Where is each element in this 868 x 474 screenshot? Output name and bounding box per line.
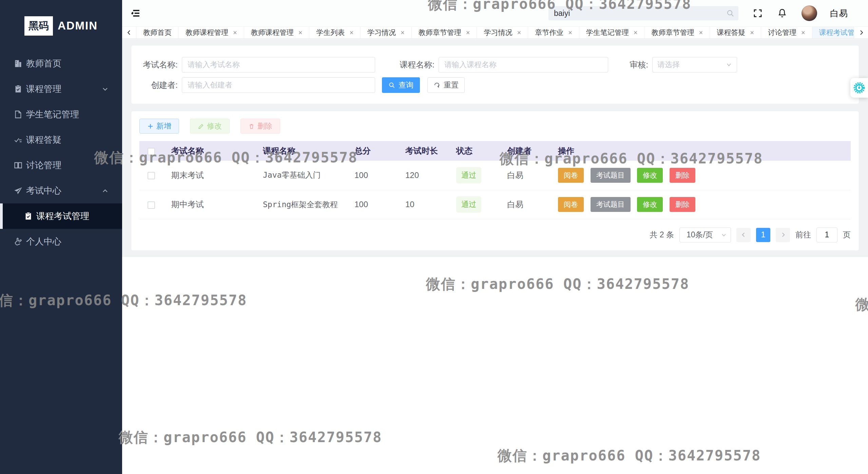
audit-select[interactable]: 请选择 — [652, 57, 737, 73]
close-icon[interactable]: × — [750, 29, 754, 36]
page-size-select[interactable]: 10条/页 — [679, 228, 731, 242]
close-icon[interactable]: × — [349, 29, 353, 36]
sidebar-item-exam-center[interactable]: 考试中心 — [0, 178, 122, 203]
header: 白易 — [122, 0, 868, 26]
username[interactable]: 白易 — [830, 7, 848, 19]
sidebar-item-label: 讨论管理 — [26, 159, 61, 171]
chevron-down-icon — [721, 232, 727, 238]
goto-page-input[interactable] — [816, 228, 837, 242]
tab-teacher-chapter-management[interactable]: 教师章节管理× — [412, 27, 477, 38]
column-header: 总分 — [354, 141, 405, 161]
close-icon[interactable]: × — [801, 29, 805, 36]
add-button-label: 新增 — [156, 121, 171, 131]
audit-label: 审核: — [626, 59, 652, 70]
tab-chapter-homework[interactable]: 章节作业× — [528, 27, 579, 38]
gear-icon — [852, 81, 866, 95]
sidebar-item-discussion-management[interactable]: 讨论管理 — [0, 153, 122, 178]
row-delete-button[interactable]: 删除 — [670, 168, 695, 183]
fullscreen-icon[interactable] — [753, 8, 763, 18]
tab-label: 讨论管理 — [768, 28, 796, 37]
tab-student-notes-management[interactable]: 学生笔记管理× — [579, 27, 645, 38]
chevron-right-icon — [780, 232, 786, 237]
close-icon[interactable]: × — [517, 29, 521, 36]
close-icon[interactable]: × — [233, 29, 237, 36]
tabs-scroll-left[interactable] — [122, 27, 136, 38]
query-button[interactable]: 查询 — [382, 77, 420, 93]
next-page-button[interactable] — [776, 228, 790, 242]
tab-course-exam-management[interactable]: 课程考试管理× — [812, 27, 854, 38]
sidebar-item-student-notes[interactable]: 学生笔记管理 — [0, 102, 122, 127]
sidebar-item-label: 考试中心 — [26, 185, 61, 197]
sidebar-item-personal-center[interactable]: 个人中心 — [0, 229, 122, 254]
close-icon[interactable]: × — [401, 29, 405, 36]
chevron-up-icon — [102, 187, 109, 194]
toolbar: 新增 修改 删除 — [139, 119, 851, 134]
sidebar-item-course-management[interactable]: 课程管理 — [0, 76, 122, 102]
column-header: 操作 — [558, 141, 851, 161]
search-icon[interactable] — [726, 9, 734, 17]
hand-icon — [14, 237, 23, 246]
close-icon[interactable]: × — [634, 29, 638, 36]
close-icon[interactable]: × — [466, 29, 470, 36]
sidebar-item-course-qa[interactable]: 课程答疑 — [0, 127, 122, 153]
sidebar-item-course-exam-management[interactable]: 课程考试管理 — [0, 203, 122, 229]
review-button[interactable]: 阅卷 — [558, 197, 584, 212]
goto-label: 前往 — [795, 230, 811, 240]
search-input[interactable] — [548, 6, 738, 20]
logo-text: ADMIN — [58, 19, 98, 32]
tab-student-list[interactable]: 学生列表× — [309, 27, 361, 38]
course-name-cell: Spring框架全套教程 — [263, 190, 354, 219]
table-card: 新增 修改 删除 — [131, 111, 859, 251]
row-checkbox[interactable] — [148, 172, 155, 179]
tab-teacher-course-management[interactable]: 教师课程管理× — [179, 27, 244, 38]
row-edit-button[interactable]: 修改 — [637, 197, 663, 212]
creator-input[interactable] — [182, 77, 375, 93]
bell-icon[interactable] — [777, 8, 787, 18]
review-button[interactable]: 阅卷 — [558, 168, 584, 183]
edit-button[interactable]: 修改 — [190, 119, 230, 134]
tab-discussion-management[interactable]: 讨论管理× — [761, 27, 812, 38]
tab-teacher-home[interactable]: 教师首页 — [136, 27, 179, 38]
prev-page-button[interactable] — [736, 228, 751, 242]
sidebar-item-label: 课程考试管理 — [36, 210, 89, 222]
tabs-scroll-right[interactable] — [854, 27, 868, 38]
course-name-input[interactable] — [439, 57, 608, 73]
exam-name-input[interactable] — [182, 57, 375, 73]
avatar[interactable] — [802, 5, 817, 21]
page-number-1[interactable]: 1 — [756, 228, 770, 242]
row-checkbox[interactable] — [148, 201, 155, 209]
tab-label: 章节作业 — [535, 28, 563, 37]
exam-questions-button[interactable]: 考试题目 — [591, 168, 631, 183]
tab-label: 教师课程管理 — [251, 28, 294, 37]
sidebar-item-teacher-home[interactable]: 教师首页 — [0, 51, 122, 76]
tab-course-qa[interactable]: 课程答疑× — [710, 27, 761, 38]
tab-learning-status[interactable]: 学习情况× — [361, 27, 412, 38]
close-icon[interactable]: × — [568, 29, 572, 36]
sidebar-item-label: 课程答疑 — [26, 134, 61, 146]
tab-teacher-chapter-management-2[interactable]: 教师章节管理× — [645, 27, 710, 38]
tab-learning-status-2[interactable]: 学习情况× — [477, 27, 528, 38]
sidebar-item-label: 学生笔记管理 — [26, 108, 79, 120]
add-button[interactable]: 新增 — [139, 119, 179, 134]
row-edit-button[interactable]: 修改 — [637, 168, 663, 183]
delete-button[interactable]: 删除 — [240, 119, 280, 134]
checklist-icon — [14, 135, 23, 144]
chevron-left-icon — [127, 30, 132, 35]
settings-panel-button[interactable] — [850, 78, 868, 98]
tab-teacher-course-management-2[interactable]: 教师课程管理× — [244, 27, 310, 38]
close-icon[interactable]: × — [699, 29, 703, 36]
exam-name-cell: 期中考试 — [171, 190, 263, 219]
reset-button[interactable]: 重置 — [427, 77, 465, 93]
clipboard-check-icon — [14, 84, 23, 94]
logo: 黑码 ADMIN — [0, 16, 122, 36]
creator-cell: 白易 — [507, 190, 558, 219]
row-delete-button[interactable]: 删除 — [670, 197, 695, 212]
select-all-checkbox[interactable] — [148, 148, 155, 155]
sidebar-menu: 教师首页 课程管理 学生笔记管理 — [0, 51, 122, 254]
header-actions: 白易 — [548, 5, 848, 21]
creator-label: 创建者: — [139, 80, 182, 91]
close-icon[interactable]: × — [298, 29, 303, 36]
sidebar-collapse-icon[interactable] — [130, 7, 142, 19]
exam-questions-button[interactable]: 考试题目 — [591, 197, 631, 212]
tab-label: 学生笔记管理 — [586, 28, 629, 37]
